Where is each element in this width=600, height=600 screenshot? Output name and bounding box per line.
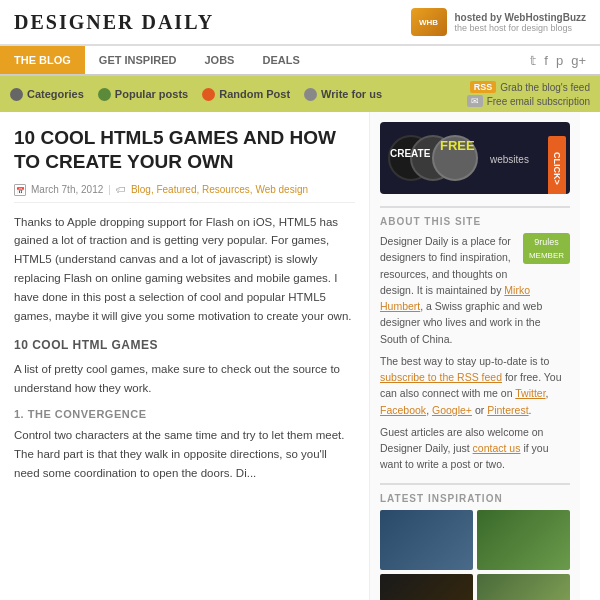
about-section: ABOUT THIS SITE 9rulesMEMBER Designer Da… bbox=[380, 206, 570, 473]
sub-nav: Categories Popular posts Random Post Wri… bbox=[0, 76, 600, 112]
main-content: 10 COOL HTML5 GAMES AND HOW TO CREATE YO… bbox=[0, 112, 600, 600]
calendar-icon: 📅 bbox=[14, 184, 26, 196]
write-label: Write for us bbox=[321, 88, 382, 100]
categories-label: Categories bbox=[27, 88, 84, 100]
hosting-logo: WHB bbox=[411, 8, 447, 36]
article-meta: 📅 March 7th, 2012 | 🏷 Blog, Featured, Re… bbox=[14, 184, 355, 203]
ad-free-text: FREE bbox=[440, 138, 475, 153]
random-icon bbox=[202, 88, 215, 101]
ad-websites-text: websites bbox=[490, 154, 529, 165]
email-sub[interactable]: ✉ Free email subscription bbox=[467, 95, 590, 107]
contact-link[interactable]: contact us bbox=[473, 442, 521, 454]
facebook-link[interactable]: Facebook bbox=[380, 404, 426, 416]
hosted-line2: the best host for design blogs bbox=[455, 23, 586, 33]
facebook-icon[interactable]: f bbox=[544, 53, 548, 68]
googleplus-link[interactable]: Google+ bbox=[432, 404, 472, 416]
inspiration-thumb-1[interactable] bbox=[380, 510, 473, 570]
hosted-line1: hosted by WebHostingBuzz bbox=[455, 12, 586, 23]
hosted-badge: WHB hosted by WebHostingBuzz the best ho… bbox=[411, 8, 586, 36]
sub-nav-popular[interactable]: Popular posts bbox=[98, 88, 188, 101]
nav-item-blog[interactable]: THE BLOG bbox=[0, 46, 85, 74]
rss-icon: RSS bbox=[470, 81, 497, 93]
rss-link[interactable]: subscribe to the RSS feed bbox=[380, 371, 502, 383]
tag-icon: 🏷 bbox=[116, 184, 126, 195]
pinterest-link[interactable]: Pinterest bbox=[487, 404, 528, 416]
sub-nav-categories[interactable]: Categories bbox=[10, 88, 84, 101]
sub-nav-write[interactable]: Write for us bbox=[304, 88, 382, 101]
article-body3: Control two characters at the same time … bbox=[14, 426, 355, 483]
grab-rss[interactable]: RSS Grab the blog's feed bbox=[470, 81, 590, 93]
inspiration-thumb-3[interactable] bbox=[380, 574, 473, 600]
latest-heading: LATEST INSPIRATION bbox=[380, 483, 570, 504]
nav-item-jobs[interactable]: JOBS bbox=[190, 46, 248, 74]
left-column: 10 COOL HTML5 GAMES AND HOW TO CREATE YO… bbox=[0, 112, 370, 600]
nav-bar: THE BLOG GET INSPIRED JOBS DEALS 𝕥 f p g… bbox=[0, 46, 600, 76]
site-title: DESIGNER DAILY bbox=[14, 11, 214, 34]
about-heading: ABOUT THIS SITE bbox=[380, 206, 570, 227]
9rules-badge-area: 9rulesMEMBER bbox=[523, 233, 570, 264]
latest-inspiration-section: LATEST INSPIRATION bbox=[380, 483, 570, 600]
article-date: March 7th, 2012 bbox=[31, 184, 103, 195]
random-label: Random Post bbox=[219, 88, 290, 100]
rss-label: Grab the blog's feed bbox=[500, 82, 590, 93]
section-heading1: 10 COOL HTML GAMES bbox=[14, 338, 355, 352]
inspiration-thumb-2[interactable] bbox=[477, 510, 570, 570]
social-icons: 𝕥 f p g+ bbox=[516, 46, 600, 74]
twitter-link[interactable]: Twitter bbox=[515, 387, 545, 399]
popular-icon bbox=[98, 88, 111, 101]
email-icon: ✉ bbox=[467, 95, 483, 107]
sub-nav-random[interactable]: Random Post bbox=[202, 88, 290, 101]
nav-item-deals[interactable]: DEALS bbox=[248, 46, 313, 74]
popular-label: Popular posts bbox=[115, 88, 188, 100]
hosted-text: hosted by WebHostingBuzz the best host f… bbox=[455, 12, 586, 33]
article-body2: A list of pretty cool games, make sure t… bbox=[14, 360, 355, 398]
write-icon bbox=[304, 88, 317, 101]
article-tags[interactable]: Blog, Featured, Resources, Web design bbox=[131, 184, 308, 195]
inspiration-thumb-4[interactable] bbox=[477, 574, 570, 600]
article-title: 10 COOL HTML5 GAMES AND HOW TO CREATE YO… bbox=[14, 126, 355, 174]
9rules-badge: 9rulesMEMBER bbox=[523, 233, 570, 264]
about-text2: The best way to stay up-to-date is to su… bbox=[380, 353, 570, 418]
ad-click-button[interactable]: CLICK> bbox=[548, 136, 566, 194]
rss-area: RSS Grab the blog's feed ✉ Free email su… bbox=[467, 81, 590, 107]
ad-banner[interactable]: CREATE FREE websites CLICK> bbox=[380, 122, 570, 194]
header: DESIGNER DAILY WHB hosted by WebHostingB… bbox=[0, 0, 600, 46]
email-label: Free email subscription bbox=[487, 96, 590, 107]
twitter-icon[interactable]: 𝕥 bbox=[530, 53, 536, 68]
pinterest-icon[interactable]: p bbox=[556, 53, 563, 68]
mirko-link[interactable]: Mirko Humbert bbox=[380, 284, 530, 312]
googleplus-icon[interactable]: g+ bbox=[571, 53, 586, 68]
inspiration-grid bbox=[380, 510, 570, 600]
sub-section1: 1. THE CONVERGENCE bbox=[14, 408, 355, 420]
nav-item-inspired[interactable]: GET INSPIRED bbox=[85, 46, 191, 74]
article-body1: Thanks to Apple dropping support for Fla… bbox=[14, 213, 355, 327]
right-sidebar: CREATE FREE websites CLICK> ABOUT THIS S… bbox=[370, 112, 580, 600]
categories-icon bbox=[10, 88, 23, 101]
about-text3: Guest articles are also welcome on Desig… bbox=[380, 424, 570, 473]
ad-create-text: CREATE bbox=[390, 148, 430, 159]
meta-sep: | bbox=[108, 184, 111, 195]
